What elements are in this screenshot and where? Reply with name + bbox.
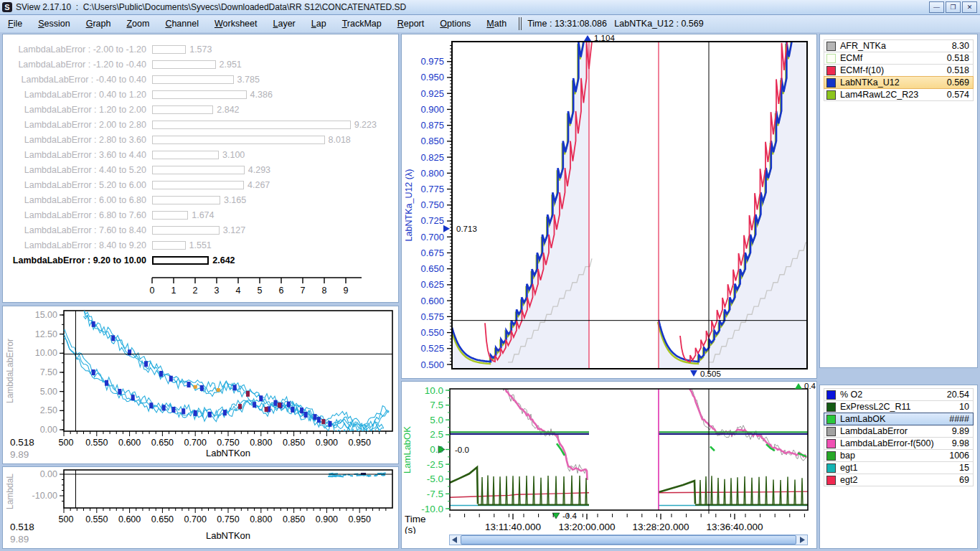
menu-session[interactable]: Session	[30, 17, 77, 31]
bin-label: LambdaLabError : 8.40 to 9.20	[3, 240, 152, 250]
y-tick-label: 0.625	[420, 279, 444, 290]
restore-button[interactable]: ❐	[946, 1, 961, 13]
bin-value: 8.018	[325, 135, 351, 145]
y-tick-label: 0.525	[420, 343, 444, 354]
x-tick-label: 0.950	[349, 438, 371, 448]
max-marker-icon	[795, 383, 802, 389]
histogram-row[interactable]: LambdaLabError : 4.40 to 5.204.293	[3, 162, 398, 177]
scatter-panel[interactable]: 15.0012.5010.007.505.002.500.005000.5500…	[2, 306, 399, 464]
channel-row[interactable]: % O220.54	[824, 388, 974, 401]
histogram-row[interactable]: LambdaLabError : 7.60 to 8.403.127	[3, 222, 398, 237]
main-chart[interactable]: 0.9750.9500.9250.9000.8750.8500.8250.800…	[402, 34, 816, 378]
menu-trackmap[interactable]: TrackMap	[334, 17, 390, 31]
scrollbar-thumb[interactable]	[461, 535, 796, 545]
lam-chart-panel[interactable]: 10.07.55.02.50.0-2.5-5.0-7.5-10.0LamLabO…	[401, 381, 817, 549]
channel-row[interactable]: egt269	[824, 474, 974, 486]
channel-row[interactable]: ECMf0.518	[824, 52, 974, 65]
histogram-row[interactable]: LambdaLabError : 3.60 to 4.403.100	[3, 147, 398, 162]
close-button[interactable]: ✕	[962, 1, 977, 13]
channel-name: % O2	[840, 390, 862, 400]
channel-swatch	[826, 78, 836, 88]
x-tick-label: 0.600	[118, 514, 141, 524]
y-tick-label: 0.825	[420, 152, 444, 163]
scroll-left-arrow[interactable]	[450, 535, 460, 545]
main-chart-panel[interactable]: 0.9750.9500.9250.9000.8750.8500.8250.800…	[401, 34, 817, 379]
channel-row[interactable]: LambdaLabError9.89	[824, 425, 974, 438]
channel-row[interactable]: AFR_NTKa8.30	[824, 39, 974, 52]
histogram-row[interactable]: LambdaLabError : 5.20 to 6.004.267	[3, 177, 398, 192]
histogram-row[interactable]: LambdaLabError : -0.40 to 0.403.785	[3, 72, 398, 87]
scroll-right-arrow[interactable]	[797, 535, 807, 545]
channel-row[interactable]: Lam4RawL2C_R230.574	[824, 88, 974, 101]
axis-tick-label: 7	[301, 286, 306, 296]
menu-worksheet[interactable]: Worksheet	[207, 17, 265, 31]
bin-label: LambdaLabError : 7.60 to 8.40	[3, 225, 152, 235]
histogram-row[interactable]: LambdaLabError : 9.20 to 10.002.642	[3, 253, 398, 268]
bin-label: LambdaLabError : 1.20 to 2.00	[3, 105, 152, 115]
bin-bar	[152, 121, 351, 129]
menu-zoom[interactable]: Zoom	[118, 17, 157, 31]
menu-graph[interactable]: Graph	[78, 17, 119, 31]
channel-value: 9.98	[952, 438, 973, 448]
strip-chart[interactable]: 0.00-10.005000.5500.6000.6500.7000.7500.…	[3, 467, 398, 548]
channel-row[interactable]: ECMf-f(10)0.518	[824, 64, 974, 77]
bin-value: 1.674	[188, 210, 214, 220]
histogram-row[interactable]: LambdaLabError : 2.00 to 2.809.223	[3, 117, 398, 132]
channel-swatch	[826, 451, 836, 461]
menu-report[interactable]: Report	[390, 17, 433, 31]
channel-name: bap	[840, 451, 855, 461]
channel-name: ECMf	[840, 53, 862, 63]
cursor-y-readout: 9.89	[10, 449, 29, 460]
menu-file[interactable]: File	[0, 17, 30, 31]
bin-value: 3.785	[234, 75, 260, 85]
time-tick-label: 13:20:00.000	[559, 522, 616, 532]
histogram-row[interactable]: LambdaLabError : 8.40 to 9.201.551	[3, 237, 398, 253]
min-marker-value: -0.4	[562, 512, 577, 520]
max-marker-value: 1.104	[594, 34, 615, 42]
y-tick-label: 0.875	[420, 120, 444, 131]
axis-tick-label: 1	[171, 286, 176, 296]
time-scrollbar[interactable]	[449, 534, 808, 545]
channel-row[interactable]: bap1006	[824, 449, 974, 462]
scatter-chart[interactable]: 15.0012.5010.007.505.002.500.005000.5500…	[3, 306, 398, 463]
y-tick-label: 0.700	[420, 232, 444, 242]
menu-layer[interactable]: Layer	[265, 17, 303, 31]
bin-bar	[152, 196, 220, 204]
channel-swatch	[826, 463, 836, 473]
histogram-row[interactable]: LambdaLabError : 6.00 to 6.803.165	[3, 192, 398, 207]
histogram-row[interactable]: LambdaLabError : 0.40 to 1.204.386	[3, 87, 398, 102]
x-axis-label: LabNTKon	[206, 448, 250, 458]
minimize-button[interactable]: —	[929, 1, 944, 13]
histogram-row[interactable]: LambdaLabError : 6.80 to 7.601.674	[3, 207, 398, 222]
histogram-row[interactable]: LambdaLabError : -1.20 to -0.402.951	[3, 57, 398, 72]
channel-row[interactable]: LamLabOK####	[824, 413, 974, 425]
bin-bar	[152, 45, 186, 54]
menu-math[interactable]: Math	[479, 17, 514, 31]
bin-bar	[152, 105, 213, 114]
menu-options[interactable]: Options	[432, 17, 479, 31]
channel-row[interactable]: ExPressL2C_R1110	[824, 400, 974, 413]
window-title: SView 2.17.10 : C:\Users\Public\Document…	[16, 2, 406, 12]
axis-tick-label: 5	[258, 286, 263, 296]
axis-tick-label: 9	[344, 286, 349, 296]
histogram-row[interactable]: LambdaLabError : -2.00 to -1.201.573	[3, 42, 398, 57]
bin-bar	[152, 166, 245, 174]
channel-row[interactable]: egt115	[824, 461, 974, 474]
menu-lap[interactable]: Lap	[303, 17, 334, 31]
channel-swatch	[826, 390, 836, 400]
lam-chart[interactable]: 10.07.55.02.50.0-2.5-5.0-7.5-10.0LamLabO…	[402, 382, 816, 534]
x-tick-label: 0.850	[283, 514, 305, 524]
strip-panel[interactable]: 0.00-10.005000.5500.6000.6500.7000.7500.…	[2, 466, 399, 549]
bin-label: LambdaLabError : -1.20 to -0.40	[3, 60, 152, 70]
histogram-row[interactable]: LambdaLabError : 1.20 to 2.002.842	[3, 102, 398, 117]
y-tick-label: -7.5	[427, 489, 443, 499]
channel-row[interactable]: LambdaLabError-f(500)9.98	[824, 437, 974, 450]
histogram-axis: 0123456789	[3, 275, 398, 302]
axis-tick-label: 0	[150, 286, 155, 296]
histogram-panel[interactable]: LambdaLabError : -2.00 to -1.201.573Lamb…	[2, 34, 399, 303]
min-marker-value: 0.505	[700, 369, 721, 378]
menu-channel[interactable]: Channel	[157, 17, 207, 31]
channel-swatch	[826, 427, 836, 436]
channel-row[interactable]: LabNTKa_U120.569	[824, 76, 974, 89]
histogram-row[interactable]: LambdaLabError : 2.80 to 3.608.018	[3, 132, 398, 147]
